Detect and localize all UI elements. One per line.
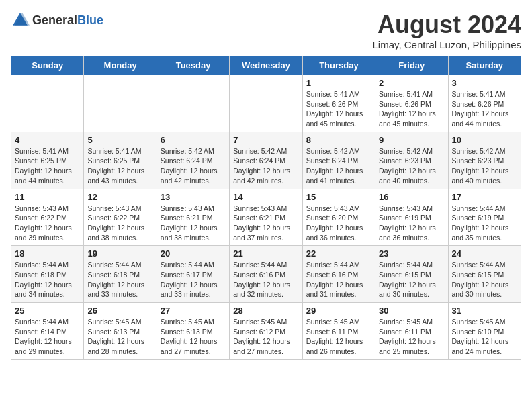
table-row: 25Sunrise: 5:44 AM Sunset: 6:14 PM Dayli… (11, 303, 84, 360)
day-number: 29 (306, 306, 371, 316)
day-info: Sunrise: 5:45 AM Sunset: 6:11 PM Dayligh… (379, 317, 444, 357)
table-row: 2Sunrise: 5:41 AM Sunset: 6:26 PM Daylig… (375, 75, 448, 132)
day-info: Sunrise: 5:44 AM Sunset: 6:15 PM Dayligh… (452, 260, 517, 300)
table-row: 11Sunrise: 5:43 AM Sunset: 6:22 PM Dayli… (11, 189, 84, 246)
day-info: Sunrise: 5:42 AM Sunset: 6:24 PM Dayligh… (161, 146, 226, 186)
calendar-row: 1Sunrise: 5:41 AM Sunset: 6:26 PM Daylig… (11, 75, 521, 132)
table-row: 31Sunrise: 5:45 AM Sunset: 6:10 PM Dayli… (448, 303, 521, 360)
location: Limay, Central Luzon, Philippines (372, 39, 521, 50)
table-row: 15Sunrise: 5:43 AM Sunset: 6:20 PM Dayli… (302, 189, 375, 246)
day-info: Sunrise: 5:44 AM Sunset: 6:15 PM Dayligh… (379, 260, 444, 300)
table-row: 27Sunrise: 5:45 AM Sunset: 6:13 PM Dayli… (157, 303, 229, 360)
table-row: 21Sunrise: 5:44 AM Sunset: 6:16 PM Dayli… (230, 246, 302, 303)
day-number: 30 (379, 306, 444, 316)
table-row: 7Sunrise: 5:42 AM Sunset: 6:24 PM Daylig… (230, 132, 302, 189)
day-number: 26 (87, 306, 152, 316)
day-info: Sunrise: 5:44 AM Sunset: 6:16 PM Dayligh… (233, 260, 298, 300)
table-row: 6Sunrise: 5:42 AM Sunset: 6:24 PM Daylig… (157, 132, 229, 189)
logo: GeneralBlue (11, 11, 103, 30)
day-number: 10 (452, 135, 517, 145)
day-number: 19 (87, 248, 152, 259)
table-row: 24Sunrise: 5:44 AM Sunset: 6:15 PM Dayli… (448, 246, 521, 303)
day-number: 24 (452, 248, 517, 259)
day-info: Sunrise: 5:43 AM Sunset: 6:19 PM Dayligh… (379, 203, 444, 243)
day-info: Sunrise: 5:41 AM Sunset: 6:26 PM Dayligh… (452, 89, 517, 129)
table-row: 13Sunrise: 5:43 AM Sunset: 6:21 PM Dayli… (157, 189, 229, 246)
day-number: 22 (306, 248, 371, 259)
table-row (11, 75, 84, 132)
day-number: 8 (306, 135, 371, 145)
calendar-row: 4Sunrise: 5:41 AM Sunset: 6:25 PM Daylig… (11, 132, 521, 189)
table-row: 19Sunrise: 5:44 AM Sunset: 6:18 PM Dayli… (84, 246, 157, 303)
calendar-row: 25Sunrise: 5:44 AM Sunset: 6:14 PM Dayli… (11, 303, 521, 360)
day-info: Sunrise: 5:43 AM Sunset: 6:21 PM Dayligh… (161, 203, 226, 243)
table-row: 4Sunrise: 5:41 AM Sunset: 6:25 PM Daylig… (11, 132, 84, 189)
weekday-sunday: Sunday (11, 56, 84, 75)
day-number: 21 (233, 248, 298, 259)
day-number: 18 (15, 248, 80, 259)
day-number: 2 (379, 78, 444, 88)
day-number: 17 (452, 192, 517, 202)
day-number: 27 (161, 306, 226, 316)
day-info: Sunrise: 5:43 AM Sunset: 6:21 PM Dayligh… (233, 203, 298, 243)
day-number: 1 (306, 78, 371, 88)
day-number: 3 (452, 78, 517, 88)
table-row: 12Sunrise: 5:43 AM Sunset: 6:22 PM Dayli… (84, 189, 157, 246)
weekday-header-row: Sunday Monday Tuesday Wednesday Thursday… (11, 56, 521, 75)
day-info: Sunrise: 5:44 AM Sunset: 6:18 PM Dayligh… (87, 260, 152, 300)
day-info: Sunrise: 5:44 AM Sunset: 6:17 PM Dayligh… (161, 260, 226, 300)
day-info: Sunrise: 5:42 AM Sunset: 6:23 PM Dayligh… (379, 146, 444, 186)
day-info: Sunrise: 5:45 AM Sunset: 6:11 PM Dayligh… (306, 317, 371, 357)
logo-text-general: General (32, 13, 77, 27)
table-row: 5Sunrise: 5:41 AM Sunset: 6:25 PM Daylig… (84, 132, 157, 189)
day-number: 9 (379, 135, 444, 145)
table-row (230, 75, 302, 132)
day-info: Sunrise: 5:44 AM Sunset: 6:16 PM Dayligh… (306, 260, 371, 300)
day-number: 6 (161, 135, 226, 145)
day-number: 5 (87, 135, 152, 145)
table-row: 22Sunrise: 5:44 AM Sunset: 6:16 PM Dayli… (302, 246, 375, 303)
day-info: Sunrise: 5:45 AM Sunset: 6:13 PM Dayligh… (87, 317, 152, 357)
day-info: Sunrise: 5:45 AM Sunset: 6:13 PM Dayligh… (161, 317, 226, 357)
day-number: 12 (87, 192, 152, 202)
table-row: 18Sunrise: 5:44 AM Sunset: 6:18 PM Dayli… (11, 246, 84, 303)
weekday-saturday: Saturday (448, 56, 521, 75)
day-info: Sunrise: 5:43 AM Sunset: 6:22 PM Dayligh… (15, 203, 80, 243)
weekday-thursday: Thursday (302, 56, 375, 75)
table-row: 9Sunrise: 5:42 AM Sunset: 6:23 PM Daylig… (375, 132, 448, 189)
table-row: 29Sunrise: 5:45 AM Sunset: 6:11 PM Dayli… (302, 303, 375, 360)
weekday-monday: Monday (84, 56, 157, 75)
calendar-row: 18Sunrise: 5:44 AM Sunset: 6:18 PM Dayli… (11, 246, 521, 303)
calendar-row: 11Sunrise: 5:43 AM Sunset: 6:22 PM Dayli… (11, 189, 521, 246)
table-row: 17Sunrise: 5:44 AM Sunset: 6:19 PM Dayli… (448, 189, 521, 246)
table-row (84, 75, 157, 132)
day-info: Sunrise: 5:45 AM Sunset: 6:12 PM Dayligh… (233, 317, 298, 357)
day-info: Sunrise: 5:44 AM Sunset: 6:19 PM Dayligh… (452, 203, 517, 243)
day-info: Sunrise: 5:41 AM Sunset: 6:26 PM Dayligh… (306, 89, 371, 129)
weekday-tuesday: Tuesday (157, 56, 229, 75)
day-number: 14 (233, 192, 298, 202)
day-number: 11 (15, 192, 80, 202)
month-year: August 2024 (372, 11, 521, 39)
day-info: Sunrise: 5:41 AM Sunset: 6:26 PM Dayligh… (379, 89, 444, 129)
day-number: 16 (379, 192, 444, 202)
title-block: August 2024 Limay, Central Luzon, Philip… (372, 11, 521, 50)
day-info: Sunrise: 5:43 AM Sunset: 6:20 PM Dayligh… (306, 203, 371, 243)
day-info: Sunrise: 5:41 AM Sunset: 6:25 PM Dayligh… (15, 146, 80, 186)
table-row: 14Sunrise: 5:43 AM Sunset: 6:21 PM Dayli… (230, 189, 302, 246)
day-info: Sunrise: 5:43 AM Sunset: 6:22 PM Dayligh… (87, 203, 152, 243)
table-row: 8Sunrise: 5:42 AM Sunset: 6:24 PM Daylig… (302, 132, 375, 189)
day-info: Sunrise: 5:45 AM Sunset: 6:10 PM Dayligh… (452, 317, 517, 357)
day-number: 4 (15, 135, 80, 145)
day-number: 20 (161, 248, 226, 259)
table-row: 10Sunrise: 5:42 AM Sunset: 6:23 PM Dayli… (448, 132, 521, 189)
table-row: 16Sunrise: 5:43 AM Sunset: 6:19 PM Dayli… (375, 189, 448, 246)
day-info: Sunrise: 5:44 AM Sunset: 6:18 PM Dayligh… (15, 260, 80, 300)
day-number: 7 (233, 135, 298, 145)
weekday-friday: Friday (375, 56, 448, 75)
day-number: 31 (452, 306, 517, 316)
page-header: GeneralBlue August 2024 Limay, Central L… (11, 11, 521, 50)
table-row: 23Sunrise: 5:44 AM Sunset: 6:15 PM Dayli… (375, 246, 448, 303)
table-row: 28Sunrise: 5:45 AM Sunset: 6:12 PM Dayli… (230, 303, 302, 360)
table-row (157, 75, 229, 132)
